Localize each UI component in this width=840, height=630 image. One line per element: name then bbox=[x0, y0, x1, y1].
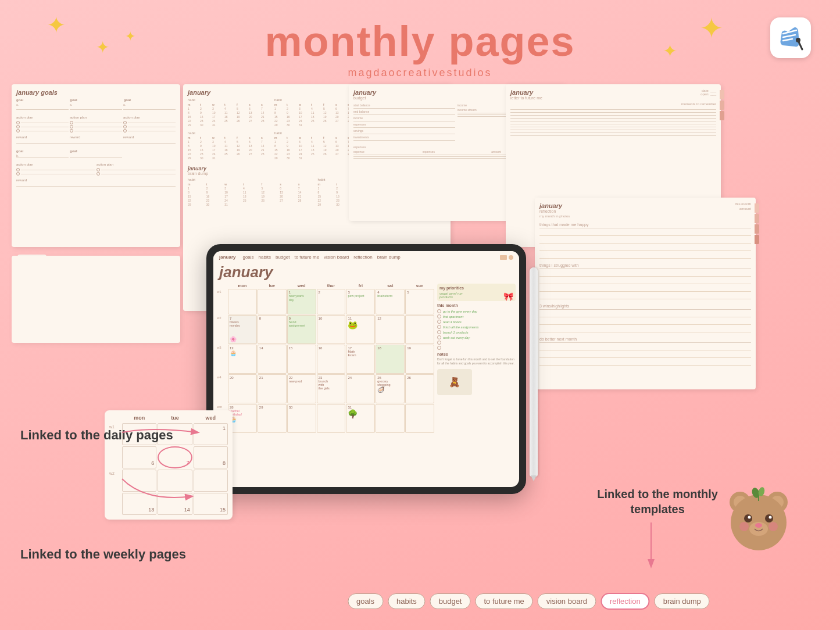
cal-cell-thu1[interactable]: 2 bbox=[317, 289, 346, 314]
notes-image: 🧸 bbox=[437, 369, 472, 395]
sparkle-icon-tl2: ✦ bbox=[96, 38, 109, 57]
cal-cell-sat3[interactable]: 18 bbox=[376, 345, 405, 374]
sparkle-icon-tr: ✦ bbox=[699, 12, 724, 45]
cal-cell-tue4[interactable]: 21 bbox=[258, 374, 287, 403]
cal-cell-sat4[interactable]: 25 groceryshopping 🦪 bbox=[376, 374, 405, 403]
month-item-3: read 4 books bbox=[443, 320, 462, 324]
month-item-5: launch 2 products bbox=[443, 331, 468, 334]
refl-better-label: do better next month bbox=[539, 337, 751, 343]
settings-icon bbox=[509, 255, 513, 260]
cal-cell-wed5[interactable]: 30 bbox=[287, 404, 316, 433]
app-icon[interactable] bbox=[770, 17, 811, 58]
bottom-tab-goals[interactable]: goals bbox=[348, 593, 383, 609]
bottom-tab-brain-dump[interactable]: brain dump bbox=[655, 593, 710, 609]
week-label-3: w3 bbox=[217, 345, 227, 374]
cal-cell-tue2[interactable]: 8 bbox=[258, 315, 287, 344]
cal-cell-sat5[interactable] bbox=[376, 404, 405, 433]
month-item-4: finish all the assignments bbox=[443, 325, 478, 329]
cal-cell-wed1[interactable]: 1 new year'sday bbox=[287, 289, 316, 314]
bottom-tab-future-me[interactable]: to future me bbox=[475, 593, 532, 609]
tab-budget[interactable]: budget bbox=[276, 255, 289, 260]
edit-icon bbox=[500, 255, 507, 260]
refl-happy-label: things that made me happy bbox=[539, 223, 751, 228]
cal-cell-mon3[interactable]: 13 🧁 bbox=[228, 345, 257, 374]
cal-cell-thu3[interactable]: 16 bbox=[317, 345, 346, 374]
cal-cell-mon1[interactable] bbox=[228, 289, 257, 314]
arrow-weekly bbox=[116, 467, 198, 514]
svg-point-15 bbox=[739, 522, 749, 531]
apple-pencil bbox=[530, 267, 538, 477]
svg-point-2 bbox=[796, 38, 800, 42]
svg-point-14 bbox=[755, 523, 762, 528]
cal-cell-sun5[interactable] bbox=[405, 404, 434, 433]
svg-point-10 bbox=[765, 514, 773, 522]
tab-vision-board[interactable]: vision board bbox=[324, 255, 349, 260]
cal-cell-tue5[interactable]: 29 bbox=[258, 404, 287, 433]
wm-cell-4-3[interactable]: 15 bbox=[194, 493, 228, 515]
cal-cell-sun3[interactable]: 19 bbox=[405, 345, 434, 374]
cal-cell-wed4[interactable]: 22 new prod bbox=[287, 374, 316, 403]
notes-title: notes bbox=[437, 352, 516, 356]
week-label-4: w4 bbox=[217, 374, 227, 403]
month-item-1: go to the gym every day bbox=[443, 310, 477, 313]
cal-cell-fri2[interactable]: 11 🐸 bbox=[346, 315, 375, 344]
cal-cell-mon4[interactable]: 20 bbox=[228, 374, 257, 403]
tab-reflection[interactable]: reflection bbox=[353, 255, 372, 260]
goals-page: january goals goal goal goal a. a. a. ac… bbox=[12, 84, 180, 247]
day-sat: sat bbox=[376, 284, 405, 288]
week-label-1: w1 bbox=[217, 289, 227, 314]
ipad-month-nav: january bbox=[219, 255, 235, 260]
this-month-title: this month bbox=[437, 303, 516, 307]
sparkle-icon-tl3: ✦ bbox=[125, 29, 135, 44]
svg-point-11 bbox=[748, 516, 751, 519]
tab-brain-dump[interactable]: brain dump bbox=[377, 255, 401, 260]
cal-cell-fri4[interactable]: 24 bbox=[346, 374, 375, 403]
priorities-title: my priorities bbox=[439, 286, 513, 290]
cal-cell-fri5[interactable]: 31 🌳 bbox=[346, 404, 375, 433]
tab-goals[interactable]: goals bbox=[242, 255, 253, 260]
vision-board-page bbox=[12, 256, 180, 343]
day-thur: thur bbox=[317, 284, 346, 288]
cal-cell-wed3[interactable]: 15 bbox=[287, 345, 316, 374]
bottom-tab-reflection[interactable]: reflection bbox=[600, 593, 650, 610]
tab-habits[interactable]: habits bbox=[259, 255, 271, 260]
cal-cell-fri3[interactable]: 17 MathExam bbox=[346, 345, 375, 374]
cal-cell-thu5[interactable] bbox=[317, 404, 346, 433]
cal-cell-wed2[interactable]: 9 Sendassignment bbox=[287, 315, 316, 344]
sparkle-icon-tl: ✦ bbox=[47, 12, 66, 38]
wm-cell-3-3[interactable] bbox=[194, 470, 228, 492]
month-item-2: find apartment bbox=[443, 315, 463, 318]
cal-cell-sun4[interactable]: 26 bbox=[405, 374, 434, 403]
refl-wins-label: 3 wins/highlights bbox=[539, 304, 751, 310]
cal-cell-sat1[interactable]: 4 brainstorm bbox=[376, 289, 405, 314]
cal-cell-tue1[interactable] bbox=[258, 289, 287, 314]
svg-point-9 bbox=[744, 514, 752, 522]
habits-page-title: january bbox=[188, 89, 210, 96]
day-fri: fri bbox=[346, 284, 375, 288]
cal-cell-fri1[interactable]: 3 pew project bbox=[346, 289, 375, 314]
sparkle-icon-tr2: ✦ bbox=[663, 41, 677, 61]
bottom-tab-vision-board[interactable]: vision board bbox=[538, 593, 596, 609]
linked-monthly-annotation: Linked to the monthlytemplates bbox=[597, 486, 718, 517]
future-me-title: january bbox=[510, 89, 542, 96]
ipad-month-title: january bbox=[219, 263, 273, 281]
cal-cell-thu4[interactable]: 23 brunchwiththe girls bbox=[317, 374, 346, 403]
cal-cell-thu2[interactable]: 10 bbox=[317, 315, 346, 344]
bottom-tab-budget[interactable]: budget bbox=[430, 593, 471, 609]
day-tue: tue bbox=[258, 284, 287, 288]
refl-struggled-label: things I struggled with bbox=[539, 263, 751, 269]
cal-cell-sat2[interactable]: 12 bbox=[376, 315, 405, 344]
cal-cell-mon2[interactable]: 7 flowersmonday 🌸 bbox=[228, 315, 257, 344]
cal-cell-sun1[interactable]: 5 bbox=[405, 289, 434, 314]
svg-point-16 bbox=[768, 522, 778, 531]
day-mon: mon bbox=[228, 284, 257, 288]
bottom-tab-habits[interactable]: habits bbox=[388, 593, 426, 609]
ipad-container: january goals habits budget to future me… bbox=[206, 244, 526, 494]
budget-page-title: january bbox=[353, 89, 376, 96]
cal-cell-sun2-empty[interactable] bbox=[405, 315, 434, 344]
bear-mascot bbox=[724, 485, 793, 554]
day-wed: wed bbox=[287, 284, 316, 288]
tab-future-me[interactable]: to future me bbox=[294, 255, 319, 260]
bottom-nav: goals habits budget to future me vision … bbox=[348, 593, 710, 610]
cal-cell-tue3[interactable]: 14 bbox=[258, 345, 287, 374]
